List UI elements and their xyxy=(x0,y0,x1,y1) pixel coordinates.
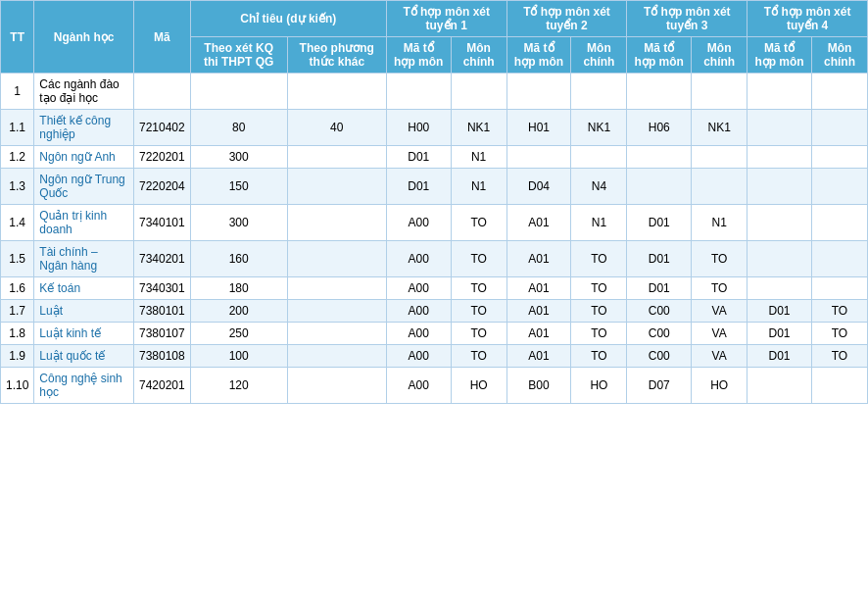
cell-ma: 7420201 xyxy=(133,368,190,404)
cell-ma: 7380108 xyxy=(133,345,190,368)
cell-th2-mon: NK1 xyxy=(571,110,627,146)
cell-th3-ma: H06 xyxy=(627,110,692,146)
cell-th2-ma: B00 xyxy=(506,368,571,404)
cell-nganh[interactable]: Ngôn ngữ Anh xyxy=(34,146,134,169)
cell-ma: 7380101 xyxy=(133,300,190,323)
table-row: 1.1Thiết kế công nghiệp72104028040H00NK1… xyxy=(1,110,868,146)
nganh-link[interactable]: Tài chính – Ngân hàng xyxy=(39,245,97,273)
table-row: 1Các ngành đào tạo đại học xyxy=(1,74,868,110)
table-row: 1.7Luật7380101200A00TOA01TOC00VAD01TO xyxy=(1,300,868,323)
cell-th4-ma xyxy=(747,110,812,146)
cell-nganh[interactable]: Luật kinh tế xyxy=(34,323,134,345)
cell-th3-ma xyxy=(627,146,692,169)
table-row: 1.6Kế toán7340301180A00TOA01TOD01TO xyxy=(1,277,868,300)
cell-th3-ma: C00 xyxy=(627,300,692,323)
cell-theo-phuong: 40 xyxy=(287,110,386,146)
cell-th3-mon: N1 xyxy=(692,205,747,241)
nganh-link[interactable]: Ngôn ngữ Anh xyxy=(39,150,115,164)
cell-ma: 7210402 xyxy=(133,110,190,146)
cell-theo-xet: 120 xyxy=(190,368,287,404)
cell-nganh: Các ngành đào tạo đại học xyxy=(34,74,134,110)
cell-th2-ma: A01 xyxy=(506,241,571,277)
cell-nganh[interactable]: Quản trị kinh doanh xyxy=(34,205,134,241)
nganh-link[interactable]: Luật quốc tế xyxy=(39,349,105,363)
cell-th2-mon: TO xyxy=(571,345,627,368)
cell-th4-ma: D01 xyxy=(747,345,812,368)
cell-tt: 1.8 xyxy=(1,323,34,345)
nganh-link[interactable]: Kế toán xyxy=(39,281,80,295)
cell-theo-xet xyxy=(190,74,287,110)
cell-th2-mon: TO xyxy=(571,277,627,300)
header-tt: TT xyxy=(1,1,34,74)
header-th3-mon: Môn chính xyxy=(692,37,747,74)
cell-nganh[interactable]: Ngôn ngữ Trung Quốc xyxy=(34,169,134,205)
cell-th2-ma: A01 xyxy=(506,205,571,241)
cell-th1-ma: H00 xyxy=(386,110,451,146)
cell-th1-ma: D01 xyxy=(386,146,451,169)
header-th2-mon: Môn chính xyxy=(571,37,627,74)
nganh-link[interactable]: Luật xyxy=(39,304,63,318)
cell-th3-mon: VA xyxy=(692,300,747,323)
cell-th4-mon xyxy=(811,277,867,300)
table-row: 1.3Ngôn ngữ Trung Quốc7220204150D01N1D04… xyxy=(1,169,868,205)
nganh-link[interactable]: Thiết kế công nghiệp xyxy=(39,114,111,141)
cell-th2-ma: A01 xyxy=(506,277,571,300)
cell-th4-mon: TO xyxy=(811,300,867,323)
table-row: 1.2Ngôn ngữ Anh7220201300D01N1 xyxy=(1,146,868,169)
header-th4-ma: Mã tổ hợp môn xyxy=(747,37,812,74)
cell-th2-mon xyxy=(571,146,627,169)
header-theo-phuong: Theo phương thức khác xyxy=(287,37,386,74)
cell-th3-mon: TO xyxy=(692,241,747,277)
cell-th3-ma: C00 xyxy=(627,323,692,345)
cell-tt: 1.6 xyxy=(1,277,34,300)
header-th2-ma: Mã tổ hợp môn xyxy=(506,37,571,74)
cell-th4-ma xyxy=(747,74,812,110)
cell-theo-phuong xyxy=(287,277,386,300)
cell-th2-ma: D04 xyxy=(506,169,571,205)
cell-nganh[interactable]: Thiết kế công nghiệp xyxy=(34,110,134,146)
cell-nganh[interactable]: Công nghệ sinh học xyxy=(34,368,134,404)
cell-ma: 7220204 xyxy=(133,169,190,205)
cell-th3-mon: TO xyxy=(692,277,747,300)
cell-th2-mon: TO xyxy=(571,241,627,277)
cell-theo-phuong xyxy=(287,169,386,205)
cell-th2-mon: TO xyxy=(571,300,627,323)
cell-nganh[interactable]: Luật quốc tế xyxy=(34,345,134,368)
cell-th4-ma xyxy=(747,169,812,205)
cell-tt: 1.7 xyxy=(1,300,34,323)
cell-nganh[interactable]: Tài chính – Ngân hàng xyxy=(34,241,134,277)
cell-th3-mon xyxy=(692,146,747,169)
cell-tt: 1 xyxy=(1,74,34,110)
cell-th1-mon: TO xyxy=(451,277,506,300)
cell-th1-mon: TO xyxy=(451,345,506,368)
cell-th1-ma: A00 xyxy=(386,300,451,323)
cell-th2-mon: N4 xyxy=(571,169,627,205)
cell-th4-mon xyxy=(811,368,867,404)
cell-th4-mon xyxy=(811,146,867,169)
cell-th3-ma: D01 xyxy=(627,205,692,241)
cell-th3-ma: D01 xyxy=(627,241,692,277)
nganh-link[interactable]: Quản trị kinh doanh xyxy=(39,209,107,236)
nganh-link[interactable]: Ngôn ngữ Trung Quốc xyxy=(39,173,124,200)
cell-th2-mon: HO xyxy=(571,368,627,404)
cell-th4-ma xyxy=(747,368,812,404)
cell-th2-mon: TO xyxy=(571,323,627,345)
cell-th3-ma xyxy=(627,169,692,205)
cell-nganh[interactable]: Luật xyxy=(34,300,134,323)
cell-tt: 1.4 xyxy=(1,205,34,241)
cell-th1-mon xyxy=(451,74,506,110)
cell-th2-ma: A01 xyxy=(506,300,571,323)
nganh-link[interactable]: Luật kinh tế xyxy=(39,326,101,340)
cell-ma: 7380107 xyxy=(133,323,190,345)
cell-th1-ma: A00 xyxy=(386,368,451,404)
cell-nganh[interactable]: Kế toán xyxy=(34,277,134,300)
cell-ma xyxy=(133,74,190,110)
cell-th1-ma: A00 xyxy=(386,241,451,277)
cell-ma: 7340301 xyxy=(133,277,190,300)
cell-th1-ma xyxy=(386,74,451,110)
cell-th3-ma xyxy=(627,74,692,110)
cell-th4-ma: D01 xyxy=(747,300,812,323)
nganh-link[interactable]: Công nghệ sinh học xyxy=(39,372,121,399)
cell-th1-ma: D01 xyxy=(386,169,451,205)
cell-th2-ma xyxy=(506,146,571,169)
